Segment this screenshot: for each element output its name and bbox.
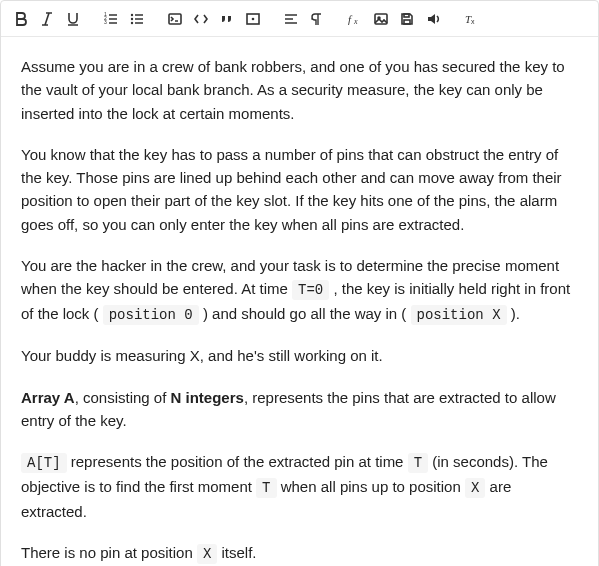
bold-icon[interactable] bbox=[9, 7, 33, 31]
paragraph: You know that the key has to pass a numb… bbox=[21, 143, 578, 236]
text: There is no pin at position bbox=[21, 544, 197, 561]
svg-rect-28 bbox=[404, 20, 410, 24]
paragraph: Assume you are in a crew of bank robbers… bbox=[21, 55, 578, 125]
svg-point-11 bbox=[131, 17, 133, 19]
text: , consisting of bbox=[75, 389, 171, 406]
code-inline: T bbox=[256, 478, 276, 498]
svg-text:3: 3 bbox=[104, 19, 107, 25]
svg-point-10 bbox=[131, 13, 133, 15]
svg-text:f: f bbox=[348, 13, 353, 25]
toolbar: 123 fx Tx bbox=[1, 1, 598, 37]
svg-point-19 bbox=[252, 17, 255, 20]
italic-icon[interactable] bbox=[35, 7, 59, 31]
bold-text: N integers bbox=[171, 389, 244, 406]
text: when all pins up to position bbox=[277, 478, 465, 495]
save-icon[interactable] bbox=[395, 7, 419, 31]
align-icon[interactable] bbox=[279, 7, 303, 31]
code-inline: position 0 bbox=[103, 305, 199, 325]
svg-point-12 bbox=[131, 21, 133, 23]
svg-rect-16 bbox=[169, 14, 181, 24]
quote-icon[interactable] bbox=[215, 7, 239, 31]
code-inline: X bbox=[465, 478, 485, 498]
editor-content[interactable]: Assume you are in a crew of bank robbers… bbox=[1, 37, 598, 566]
paragraph-icon[interactable] bbox=[305, 7, 329, 31]
code-inline: position X bbox=[411, 305, 507, 325]
text: ). bbox=[507, 305, 520, 322]
math-block-icon[interactable] bbox=[241, 7, 265, 31]
svg-text:x: x bbox=[471, 18, 475, 25]
ordered-list-icon[interactable]: 123 bbox=[99, 7, 123, 31]
editor-container: 123 fx Tx Assume you are in a crew of ba… bbox=[0, 0, 599, 566]
underline-icon[interactable] bbox=[61, 7, 85, 31]
clear-format-icon[interactable]: Tx bbox=[459, 7, 483, 31]
paragraph: Your buddy is measuring X, and he's stil… bbox=[21, 344, 578, 367]
text: itself. bbox=[217, 544, 256, 561]
image-icon[interactable] bbox=[369, 7, 393, 31]
code-icon[interactable] bbox=[189, 7, 213, 31]
code-inline: T bbox=[408, 453, 428, 473]
svg-point-23 bbox=[311, 18, 313, 20]
fx-icon[interactable]: fx bbox=[343, 7, 367, 31]
paragraph: You are the hacker in the crew, and your… bbox=[21, 254, 578, 327]
bold-text: Array A bbox=[21, 389, 75, 406]
svg-rect-29 bbox=[404, 14, 409, 17]
svg-text:x: x bbox=[353, 17, 358, 26]
audio-icon[interactable] bbox=[421, 7, 445, 31]
svg-rect-26 bbox=[375, 14, 387, 24]
code-inline: T=0 bbox=[292, 280, 329, 300]
text: represents the position of the extracted… bbox=[67, 453, 408, 470]
terminal-icon[interactable] bbox=[163, 7, 187, 31]
code-inline: X bbox=[197, 544, 217, 564]
paragraph: There is no pin at position X itself. bbox=[21, 541, 578, 566]
svg-line-2 bbox=[45, 13, 49, 25]
paragraph: A[T] represents the position of the extr… bbox=[21, 450, 578, 523]
code-inline: A[T] bbox=[21, 453, 67, 473]
paragraph: Array A, consisting of N integers, repre… bbox=[21, 386, 578, 433]
text: ) and should go all the way in ( bbox=[199, 305, 411, 322]
unordered-list-icon[interactable] bbox=[125, 7, 149, 31]
